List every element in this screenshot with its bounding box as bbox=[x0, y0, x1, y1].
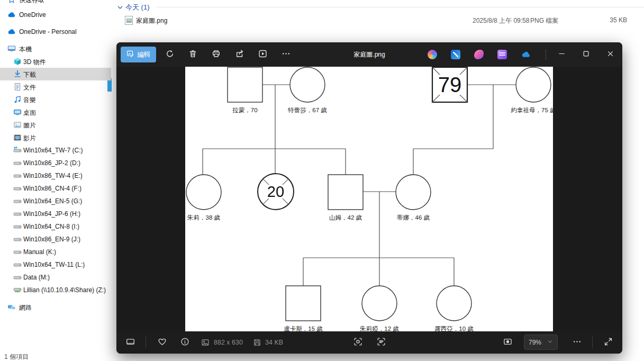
drive-icon bbox=[13, 197, 22, 205]
sidebar-item-drive-g[interactable]: Win10x64_EN-5 (G:) bbox=[0, 195, 111, 207]
sidebar-item-drive-h[interactable]: Win10x64_JP-6 (H:) bbox=[0, 207, 111, 220]
sidebar-item-onedrive[interactable]: OneDrive bbox=[0, 8, 111, 21]
cloud-icon bbox=[7, 28, 16, 36]
sidebar-item-downloads[interactable]: 下載 bbox=[0, 68, 111, 80]
window-title: 家庭圖.png bbox=[316, 50, 422, 59]
favorite-button[interactable] bbox=[153, 334, 170, 351]
sidebar-item-drive-e[interactable]: Win10x86_TW-4 (E:) bbox=[0, 169, 111, 182]
sidebar-item-3d-objects[interactable]: 3D 物件 bbox=[0, 55, 111, 68]
file-date: 2025/8/8 上午 09:58 bbox=[473, 16, 529, 25]
person-name-label: 朱莉，38 歲 bbox=[187, 214, 220, 221]
sidebar-item-this-pc[interactable]: 本機 bbox=[0, 42, 111, 55]
drive-net-icon bbox=[13, 286, 22, 294]
person-lucia bbox=[437, 286, 471, 321]
more-options-button[interactable] bbox=[568, 334, 585, 351]
drive-icon bbox=[13, 210, 22, 218]
filesize-icon bbox=[253, 338, 261, 347]
share-button[interactable] bbox=[231, 46, 248, 63]
fullscreen-button[interactable] bbox=[600, 334, 616, 351]
rotate-icon bbox=[165, 49, 174, 60]
sidebar-item-drive-i[interactable]: Win10x64_CN-8 (I:) bbox=[0, 220, 111, 233]
sidebar-item-drive-l[interactable]: Win10x64_TW-11 (L:) bbox=[0, 258, 111, 271]
bottombar-divider bbox=[592, 337, 593, 348]
close-button[interactable] bbox=[598, 42, 622, 67]
drive-win-icon bbox=[13, 146, 22, 155]
photos-title-bar[interactable]: 編輯 家庭圖.png bbox=[116, 42, 622, 67]
person-age-label: 20 bbox=[267, 183, 284, 200]
more-icon bbox=[282, 49, 291, 60]
sidebar-item-drive-j[interactable]: Win10x86_EN-9 (J:) bbox=[0, 233, 111, 246]
file-row[interactable]: 家庭圖.png 2025/8/8 上午 09:58 PNG 檔案 35 KB bbox=[117, 14, 644, 26]
sidebar-item-onedrive-personal[interactable]: OneDrive - Personal bbox=[0, 25, 111, 38]
sidebar-item-label: Win10x86_TW-4 (E:) bbox=[23, 172, 83, 179]
paint-icon[interactable] bbox=[474, 50, 484, 59]
sidebar-item-label: Win10x64_TW-7 (C:) bbox=[23, 147, 83, 154]
sidebar-item-videos[interactable]: 影片 bbox=[0, 131, 111, 144]
sidebar-item-drive-f[interactable]: Win10x86_CN-4 (F:) bbox=[0, 182, 111, 195]
sidebar-item-label: Win10x64_TW-11 (L:) bbox=[23, 261, 85, 268]
cube-icon bbox=[13, 57, 22, 66]
sidebar-item-network[interactable]: 網路 bbox=[0, 301, 111, 313]
minimize-button[interactable] bbox=[549, 42, 574, 67]
person-teresa bbox=[290, 67, 325, 102]
sidebar-item-desktop[interactable]: 桌面 bbox=[0, 106, 111, 119]
person-name-label: 山姆，42 歲 bbox=[329, 214, 362, 221]
sidebar-item-pictures[interactable]: 圖片 bbox=[0, 119, 111, 131]
maximize-button[interactable] bbox=[574, 42, 598, 67]
sidebar-item-quick-access[interactable]: 快速存取 bbox=[0, 0, 111, 6]
person-julia bbox=[362, 286, 397, 321]
file-name[interactable]: 家庭圖.png bbox=[136, 16, 167, 25]
zoom-actual-button[interactable] bbox=[349, 334, 366, 351]
sidebar-item-drive-m[interactable]: Data (M:) bbox=[0, 271, 111, 284]
copilot-icon[interactable] bbox=[428, 50, 437, 59]
rotate-button[interactable] bbox=[161, 46, 178, 63]
zoom-fill-button[interactable] bbox=[499, 334, 516, 351]
sidebar-item-drive-k[interactable]: Manual (K:) bbox=[0, 246, 111, 258]
doc-icon bbox=[13, 83, 22, 91]
print-button[interactable] bbox=[207, 46, 224, 63]
chevron-down-icon[interactable] bbox=[117, 4, 123, 11]
network-icon bbox=[7, 303, 16, 311]
sidebar-item-label: Win10x64_EN-5 (G:) bbox=[23, 197, 82, 205]
drive-icon bbox=[13, 159, 22, 167]
photos-app-window: 編輯 家庭圖.png 拉蒙，70特蕾莎，67 歲79約拿祖母，75 歲朱莉，38… bbox=[116, 42, 622, 354]
sidebar-item-drive-c[interactable]: Win10x64_TW-7 (C:) bbox=[0, 144, 111, 157]
group-header-label: 今天 (1) bbox=[125, 3, 150, 12]
sidebar-item-label: Win10x86_EN-9 (J:) bbox=[23, 236, 80, 243]
explorer-status-bar: 1 個項目 bbox=[4, 353, 29, 361]
photo-canvas[interactable]: 拉蒙，70特蕾莎，67 歲79約拿祖母，75 歲朱莉，38 歲20山姆，42 歲… bbox=[185, 67, 553, 331]
drive-icon bbox=[13, 184, 22, 193]
zoom-level-dropdown[interactable]: 79% bbox=[524, 335, 558, 350]
image-dimensions: 882 x 630 bbox=[214, 339, 243, 346]
film-icon bbox=[13, 133, 22, 142]
sidebar-item-drive-d[interactable]: Win10x86_JP-2 (D:) bbox=[0, 157, 111, 169]
info-button[interactable] bbox=[176, 334, 193, 351]
print-icon bbox=[212, 49, 221, 60]
edit-image-icon bbox=[126, 50, 134, 59]
genogram-diagram: 拉蒙，70特蕾莎，67 歲79約拿祖母，75 歲朱莉，38 歲20山姆，42 歲… bbox=[185, 67, 553, 331]
slideshow-button[interactable] bbox=[254, 46, 271, 63]
clipchamp-icon[interactable] bbox=[497, 50, 507, 59]
onedrive-icon[interactable] bbox=[521, 50, 530, 59]
delete-button[interactable] bbox=[184, 46, 201, 63]
pc-icon bbox=[7, 44, 16, 53]
filmstrip-button[interactable] bbox=[122, 334, 139, 351]
designer-icon[interactable] bbox=[451, 50, 460, 59]
edit-button[interactable]: 編輯 bbox=[121, 47, 156, 62]
person-name-label: 蒂娜，46 歲 bbox=[397, 214, 430, 221]
sidebar-item-label: Win10x86_CN-4 (F:) bbox=[23, 185, 81, 192]
sidebar-item-drive-z[interactable]: Lillian (\\10.10.9.4\Share) (Z:) bbox=[0, 284, 111, 296]
ocr-button[interactable] bbox=[373, 334, 389, 351]
person-name-label: 特蕾莎，67 歲 bbox=[287, 107, 327, 113]
sidebar-item-music[interactable]: 音樂 bbox=[0, 93, 111, 106]
sidebar-item-label: OneDrive - Personal bbox=[19, 28, 77, 35]
person-name-label: 盧卡斯，15 歲 bbox=[284, 326, 323, 331]
sidebar-item-documents[interactable]: 文件 bbox=[0, 80, 111, 93]
drive-icon bbox=[13, 172, 22, 180]
bottombar-divider bbox=[146, 337, 146, 348]
chevron-down-icon bbox=[547, 339, 553, 346]
person-julie bbox=[186, 175, 221, 210]
image-file-size: 34 KB bbox=[265, 339, 283, 346]
zoom-level-value: 79% bbox=[529, 339, 541, 346]
more-button[interactable] bbox=[277, 46, 294, 63]
